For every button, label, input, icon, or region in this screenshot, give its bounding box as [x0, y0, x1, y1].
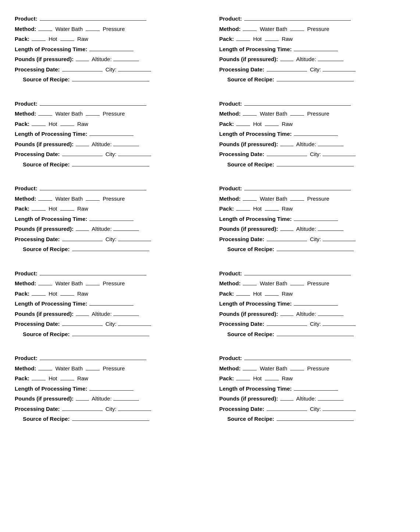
method-blank-1[interactable]: [38, 365, 52, 370]
pack-blank-2[interactable]: [265, 290, 279, 296]
date-blank[interactable]: [62, 405, 103, 411]
source-blank[interactable]: [72, 76, 149, 81]
product-blank[interactable]: [244, 270, 351, 275]
method-blank-2[interactable]: [86, 195, 100, 201]
pack-blank-1[interactable]: [32, 375, 46, 380]
date-blank[interactable]: [267, 405, 307, 411]
pounds-blank[interactable]: [280, 395, 293, 401]
processing-time-blank[interactable]: [294, 130, 338, 136]
method-blank-1[interactable]: [243, 365, 257, 370]
city-blank[interactable]: [323, 66, 356, 71]
date-blank[interactable]: [62, 320, 103, 326]
product-blank[interactable]: [244, 100, 351, 106]
source-blank[interactable]: [277, 246, 354, 251]
pack-blank-1[interactable]: [236, 205, 250, 211]
altitude-blank[interactable]: [113, 56, 139, 61]
source-blank[interactable]: [72, 331, 149, 336]
product-blank[interactable]: [40, 15, 146, 21]
source-blank[interactable]: [72, 246, 149, 251]
altitude-blank[interactable]: [318, 310, 344, 316]
city-blank[interactable]: [118, 66, 151, 71]
pounds-blank[interactable]: [76, 310, 89, 316]
method-blank-2[interactable]: [290, 110, 304, 116]
source-blank[interactable]: [72, 161, 149, 166]
processing-time-blank[interactable]: [294, 300, 338, 306]
pounds-blank[interactable]: [76, 225, 89, 231]
product-blank[interactable]: [40, 355, 146, 360]
altitude-blank[interactable]: [318, 56, 344, 61]
city-blank[interactable]: [118, 151, 151, 156]
altitude-blank[interactable]: [318, 395, 344, 401]
pack-blank-2[interactable]: [60, 35, 74, 41]
altitude-blank[interactable]: [318, 225, 344, 231]
pounds-blank[interactable]: [280, 56, 293, 61]
pack-blank-2[interactable]: [265, 375, 279, 380]
pack-blank-2[interactable]: [60, 375, 74, 380]
method-blank-1[interactable]: [38, 280, 52, 285]
method-blank-2[interactable]: [290, 25, 304, 31]
method-blank-1[interactable]: [38, 110, 52, 116]
method-blank-1[interactable]: [38, 25, 52, 31]
method-blank-2[interactable]: [290, 195, 304, 201]
processing-time-blank[interactable]: [89, 46, 134, 51]
city-blank[interactable]: [323, 151, 356, 156]
pack-blank-1[interactable]: [32, 120, 46, 126]
pack-blank-2[interactable]: [60, 290, 74, 296]
processing-time-blank[interactable]: [89, 215, 134, 221]
date-blank[interactable]: [62, 66, 103, 71]
product-blank[interactable]: [244, 185, 351, 190]
method-blank-1[interactable]: [38, 195, 52, 201]
pack-blank-1[interactable]: [32, 205, 46, 211]
pack-blank-1[interactable]: [32, 290, 46, 296]
pack-blank-1[interactable]: [236, 290, 250, 296]
method-blank-2[interactable]: [290, 365, 304, 370]
product-blank[interactable]: [244, 15, 351, 21]
altitude-blank[interactable]: [318, 141, 344, 146]
method-blank-1[interactable]: [243, 195, 257, 201]
altitude-blank[interactable]: [113, 141, 139, 146]
product-blank[interactable]: [40, 185, 146, 190]
source-blank[interactable]: [277, 415, 354, 421]
processing-time-blank[interactable]: [294, 385, 338, 391]
processing-time-blank[interactable]: [294, 215, 338, 221]
product-blank[interactable]: [40, 270, 146, 275]
pack-blank-1[interactable]: [236, 120, 250, 126]
date-blank[interactable]: [267, 66, 307, 71]
city-blank[interactable]: [323, 236, 356, 241]
pounds-blank[interactable]: [76, 141, 89, 146]
pack-blank-1[interactable]: [236, 375, 250, 380]
pounds-blank[interactable]: [280, 310, 293, 316]
source-blank[interactable]: [277, 161, 354, 166]
altitude-blank[interactable]: [113, 395, 139, 401]
city-blank[interactable]: [118, 405, 151, 411]
altitude-blank[interactable]: [113, 310, 139, 316]
product-blank[interactable]: [40, 100, 146, 106]
city-blank[interactable]: [323, 405, 356, 411]
pack-blank-2[interactable]: [60, 120, 74, 126]
pounds-blank[interactable]: [280, 225, 293, 231]
city-blank[interactable]: [118, 320, 151, 326]
source-blank[interactable]: [277, 76, 354, 81]
pack-blank-2[interactable]: [265, 120, 279, 126]
pack-blank-2[interactable]: [265, 35, 279, 41]
altitude-blank[interactable]: [113, 225, 139, 231]
method-blank-1[interactable]: [243, 25, 257, 31]
processing-time-blank[interactable]: [294, 46, 338, 51]
pounds-blank[interactable]: [76, 395, 89, 401]
method-blank-1[interactable]: [243, 110, 257, 116]
pack-blank-1[interactable]: [32, 35, 46, 41]
pounds-blank[interactable]: [280, 141, 293, 146]
city-blank[interactable]: [323, 320, 356, 326]
date-blank[interactable]: [267, 151, 307, 156]
source-blank[interactable]: [72, 415, 149, 421]
method-blank-2[interactable]: [86, 365, 100, 370]
processing-time-blank[interactable]: [89, 130, 134, 136]
pack-blank-2[interactable]: [60, 205, 74, 211]
source-blank[interactable]: [277, 331, 354, 336]
date-blank[interactable]: [267, 236, 307, 241]
date-blank[interactable]: [62, 151, 103, 156]
date-blank[interactable]: [62, 236, 103, 241]
pack-blank-1[interactable]: [236, 35, 250, 41]
pack-blank-2[interactable]: [265, 205, 279, 211]
product-blank[interactable]: [244, 355, 351, 360]
